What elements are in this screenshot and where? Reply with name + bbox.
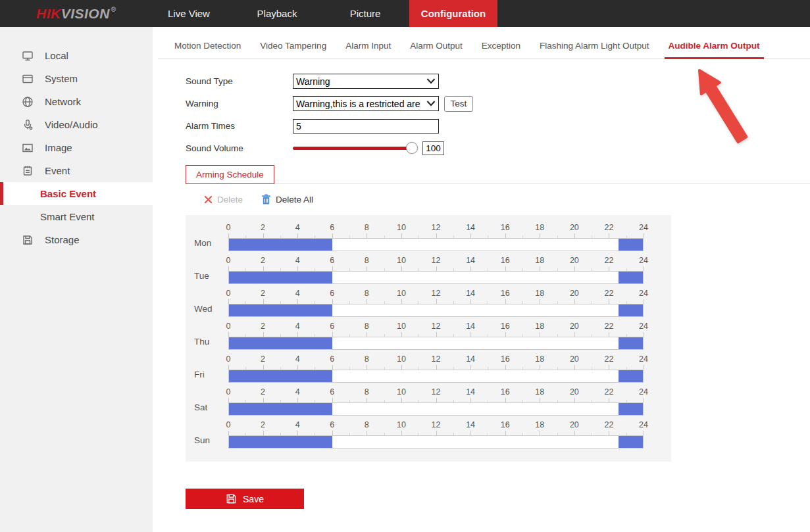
tick-mark: [228, 299, 229, 304]
hour-label: 4: [295, 354, 300, 364]
hour-label: 20: [570, 387, 579, 397]
tick-mark: [332, 233, 333, 238]
sound-type-label: Sound Type: [186, 76, 293, 86]
armed-period[interactable]: [619, 403, 643, 415]
armed-period[interactable]: [229, 272, 332, 283]
tab-alarm-input[interactable]: Alarm Input: [342, 41, 395, 59]
tick-mark: [505, 431, 506, 435]
registered-mark: ®: [111, 6, 116, 13]
schedule-bar[interactable]: [228, 370, 644, 383]
armed-period[interactable]: [229, 337, 332, 349]
armed-period[interactable]: [619, 337, 643, 349]
hour-label: 8: [365, 223, 369, 232]
tick-mark: [367, 233, 367, 238]
tab-alarm-output[interactable]: Alarm Output: [406, 41, 467, 59]
hour-label: 22: [604, 289, 613, 298]
schedule-toolbar: Delete Delete All: [186, 194, 810, 205]
tick-mark: [609, 233, 609, 238]
tick-mark: [609, 431, 609, 435]
nav-item-picture[interactable]: Picture: [321, 0, 409, 27]
sidebar-item-image[interactable]: Image: [0, 136, 153, 159]
monitor-icon: [22, 50, 34, 62]
hour-label: 18: [535, 387, 544, 397]
sound-volume-slider[interactable]: [293, 147, 412, 150]
hour-label: 0: [226, 387, 231, 397]
tick-mark: [297, 365, 298, 370]
schedule-bar[interactable]: [228, 304, 644, 317]
tick-mark: [470, 233, 471, 238]
tab-audible-alarm-output[interactable]: Audible Alarm Output: [665, 41, 764, 59]
tick-mark: [263, 431, 264, 435]
tick-mark: [436, 365, 437, 370]
warning-sound-select[interactable]: Warning,this is a restricted are: [293, 96, 439, 111]
armed-period[interactable]: [619, 370, 643, 382]
sidebar-item-smart-event[interactable]: Smart Event: [0, 205, 153, 228]
sidebar-item-label: Basic Event: [40, 188, 96, 199]
armed-period[interactable]: [619, 436, 643, 448]
armed-period[interactable]: [619, 272, 643, 283]
armed-period[interactable]: [229, 239, 332, 251]
tick-mark: [367, 431, 367, 435]
hour-label: 16: [501, 223, 510, 232]
slider-handle[interactable]: [406, 142, 418, 154]
hour-label: 10: [397, 420, 406, 429]
schedule-bar[interactable]: [228, 271, 644, 284]
tab-motion-detection[interactable]: Motion Detection: [170, 41, 245, 59]
tab-flashing-alarm-light-output[interactable]: Flashing Alarm Light Output: [536, 41, 653, 59]
save-button[interactable]: Save: [186, 489, 304, 509]
alarm-times-row: Alarm Times: [186, 118, 810, 133]
nav-item-configuration[interactable]: Configuration: [409, 0, 497, 27]
sidebar-item-local[interactable]: Local: [0, 44, 153, 67]
delete-all-button[interactable]: Delete All: [261, 194, 313, 205]
tick-mark: [644, 266, 644, 271]
armed-period[interactable]: [229, 403, 332, 415]
armed-period[interactable]: [229, 304, 332, 316]
armed-period[interactable]: [229, 370, 332, 382]
hour-label: 14: [466, 420, 475, 429]
schedule-bar[interactable]: [228, 402, 644, 416]
hour-label: 20: [570, 322, 579, 331]
armed-period[interactable]: [619, 239, 643, 251]
schedule-row-sat: Sat024681012141618202224: [186, 385, 671, 418]
arming-schedule-button[interactable]: Arming Schedule: [186, 165, 274, 184]
tab-video-tampering[interactable]: Video Tampering: [256, 41, 330, 59]
schedule-bar[interactable]: [228, 337, 644, 350]
logo-text-hik: HIK: [36, 6, 61, 22]
tick-mark: [436, 398, 437, 402]
schedule-row-fri: Fri024681012141618202224: [186, 352, 671, 385]
sidebar-item-network[interactable]: Network: [0, 90, 153, 113]
sidebar-item-storage[interactable]: Storage: [0, 228, 153, 251]
hour-label: 24: [639, 354, 648, 364]
hour-label: 14: [466, 354, 475, 364]
sidebar-item-basic-event[interactable]: Basic Event: [0, 182, 153, 205]
hour-labels: 024681012141618202224: [228, 256, 644, 264]
armed-period[interactable]: [229, 436, 332, 448]
hour-label: 12: [432, 387, 441, 397]
hour-label: 20: [570, 420, 579, 429]
tick-mark: [470, 431, 471, 435]
timeline: 024681012141618202224: [228, 418, 644, 450]
alarm-times-input[interactable]: [293, 119, 439, 133]
sidebar-item-system[interactable]: System: [0, 67, 153, 90]
hour-label: 22: [604, 354, 613, 364]
warning-sound-row: Warning Warning,this is a restricted are…: [186, 96, 810, 111]
sidebar-item-event[interactable]: Event: [0, 159, 153, 182]
sound-volume-input[interactable]: [422, 141, 444, 155]
sidebar-item-video-audio[interactable]: Video/Audio: [0, 113, 153, 136]
tick-mark: [470, 299, 471, 304]
hour-label: 14: [466, 256, 475, 265]
test-button[interactable]: Test: [444, 96, 473, 112]
hour-label: 10: [397, 322, 406, 331]
schedule-bar[interactable]: [228, 435, 644, 448]
tick-mark: [540, 365, 540, 370]
sound-type-select[interactable]: Warning: [293, 74, 439, 89]
nav-item-live-view[interactable]: Live View: [145, 0, 233, 27]
schedule-bar[interactable]: [228, 238, 644, 251]
nav-item-playback[interactable]: Playback: [233, 0, 321, 27]
tab-exception[interactable]: Exception: [478, 41, 524, 59]
delete-button[interactable]: Delete: [204, 195, 243, 205]
tick-mark: [228, 365, 229, 370]
tick-mark: [297, 233, 298, 238]
tick-mark: [574, 431, 575, 435]
armed-period[interactable]: [619, 304, 643, 316]
